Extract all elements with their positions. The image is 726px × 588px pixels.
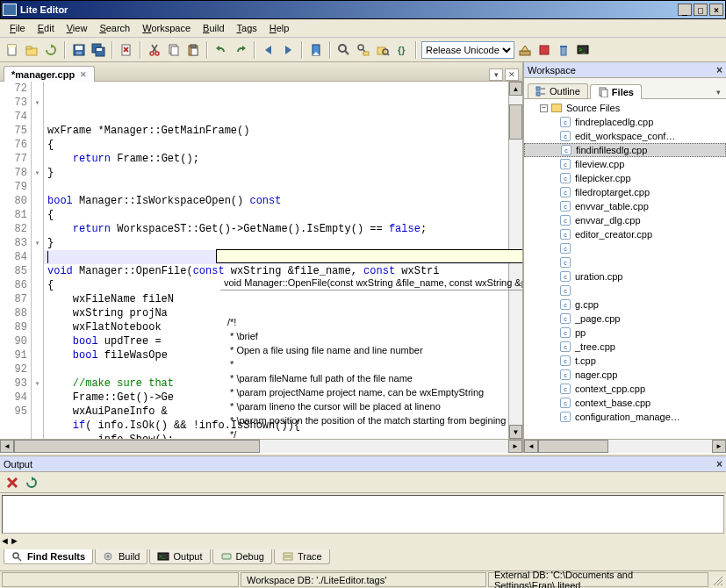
tree-file[interactable]: cnager.cpp [524,368,726,382]
code-line[interactable]: bool Manager::IsWorkspaceOpen() const [44,194,508,208]
new-file-icon[interactable] [4,41,21,59]
paste-icon[interactable] [184,41,202,59]
hscroll-thumb[interactable] [14,440,260,453]
menu-workspace[interactable]: Workspace [136,21,197,35]
tree-file[interactable]: c_tree.cpp [524,340,726,354]
tree-file[interactable]: ccontext_cpp.cpp [524,382,726,396]
tree-file[interactable]: c [524,241,726,255]
code-line[interactable]: { [44,138,508,152]
tree-file[interactable]: curation.cpp [524,269,726,283]
save-icon[interactable] [70,41,88,59]
tree-file[interactable]: ccontext_base.cpp [524,396,726,410]
file-tab-manager[interactable]: *manager.cpp ✕ [4,66,95,82]
code-line[interactable]: } [44,166,508,180]
tree-file[interactable]: cedit_workspace_conf… [524,129,726,143]
run-icon[interactable]: >_ [574,41,592,59]
clear-output-icon[interactable] [4,474,21,491]
nav-back-icon[interactable] [260,41,277,59]
tree-file[interactable]: cfindinfilesdlg.cpp [524,143,726,157]
menu-file[interactable]: File [4,21,32,35]
out-scroll-right-icon[interactable]: ► [10,535,19,549]
scroll-left-icon[interactable]: ◄ [0,440,14,453]
find-icon[interactable] [335,41,353,59]
ws-hscroll-thumb[interactable] [538,440,608,453]
collapse-icon[interactable]: − [540,104,548,112]
bookmark-toggle-icon[interactable] [307,41,325,59]
tree-file[interactable]: cfindreplacedlg.cpp [524,115,726,129]
replace-icon[interactable] [355,41,372,59]
code-line[interactable]: { [44,208,508,222]
output-close-icon[interactable]: × [716,458,722,470]
tab-files[interactable]: Files [590,84,642,99]
out-scroll-left-icon[interactable]: ◄ [0,535,10,549]
tab-close-all-icon[interactable]: ✕ [505,68,519,81]
resize-grip-icon[interactable] [710,573,724,587]
refresh-icon[interactable] [42,41,60,59]
output-tab-trace[interactable]: Trace [274,549,330,564]
output-body[interactable] [2,495,724,534]
code-line[interactable]: wxFrame *Manager::GetMainFrame() [44,124,508,138]
code-line[interactable]: } [44,236,508,250]
menu-tags[interactable]: Tags [231,21,263,35]
menu-edit[interactable]: Edit [32,21,61,35]
tree-file[interactable]: cfiledroptarget.cpp [524,185,726,199]
find-type-icon[interactable]: {} [393,41,411,59]
workspace-close-icon[interactable]: × [716,64,722,76]
tree-file[interactable]: ceditor_creator.cpp [524,227,726,241]
open-icon[interactable] [23,41,40,59]
tree-file[interactable]: cg.cpp [524,298,726,312]
output-tab-find-results[interactable]: Find Results [4,549,93,564]
tree-file[interactable]: cfileview.cpp [524,157,726,171]
build-icon[interactable] [516,41,534,59]
close-file-icon[interactable] [118,41,135,59]
cut-icon[interactable] [146,41,163,59]
menu-view[interactable]: View [61,21,94,35]
code-area[interactable]: 7273747576777879808182838485868788899091… [0,82,522,439]
output-hscroll[interactable]: ◄ ► [0,535,726,549]
code-line[interactable]: return Frame::Get(); [44,152,508,166]
menu-search[interactable]: Search [93,21,136,35]
ws-tab-menu-icon[interactable]: ▾ [715,86,722,98]
code-line[interactable] [44,180,508,194]
scroll-thumb[interactable] [509,104,522,140]
undo-icon[interactable] [212,41,230,59]
tab-close-icon[interactable]: ✕ [80,70,87,79]
ws-scroll-left-icon[interactable]: ◄ [524,440,538,453]
build-config-select[interactable]: Release Unicode [421,41,514,59]
minimize-button[interactable]: _ [678,4,692,16]
output-tab-debug[interactable]: Debug [212,549,272,564]
workspace-hscroll[interactable]: ◄ ► [524,439,726,453]
tree-file[interactable]: ct.cpp [524,354,726,368]
tree-file[interactable]: c_page.cpp [524,312,726,326]
redo-icon[interactable] [232,41,249,59]
tree-file[interactable]: c [524,283,726,298]
find-resource-icon[interactable] [374,41,392,59]
scroll-right-icon[interactable]: ► [508,440,522,453]
scroll-up-icon[interactable]: ▲ [509,82,522,96]
code-lines[interactable]: void Manager::OpenFile(const wxString &f… [44,82,508,439]
code-line[interactable]: return WorkspaceST::Get()->GetName().IsE… [44,222,508,236]
clean-icon[interactable] [555,41,572,59]
tree-file[interactable]: c [524,255,726,269]
copy-icon[interactable] [165,41,183,59]
tree-file[interactable]: cpp [524,326,726,340]
tab-outline[interactable]: Outline [528,83,588,98]
maximize-button[interactable]: □ [694,4,708,16]
tree-file[interactable]: cconfiguration_manage… [524,410,726,424]
close-button[interactable]: × [709,4,723,16]
fold-column[interactable]: ▾▾▾▾ [32,82,44,439]
output-tab-output[interactable]: >_Output [149,549,210,564]
save-all-icon[interactable] [90,41,107,59]
tree-file[interactable]: cfilepicker.cpp [524,171,726,185]
tree-root[interactable]: − Source Files [524,101,726,115]
tab-menu-icon[interactable]: ▾ [489,68,503,81]
menu-build[interactable]: Build [197,21,230,35]
output-tab-build[interactable]: Build [95,549,147,564]
editor-hscroll[interactable]: ◄ ► [0,439,522,453]
refresh-output-icon[interactable] [23,474,40,491]
tree-file[interactable]: cenvvar_dlg.cpp [524,213,726,227]
stop-build-icon[interactable] [536,41,553,59]
tree-file[interactable]: cenvvar_table.cpp [524,199,726,213]
nav-fwd-icon[interactable] [279,41,297,59]
ws-scroll-right-icon[interactable]: ► [712,440,726,453]
